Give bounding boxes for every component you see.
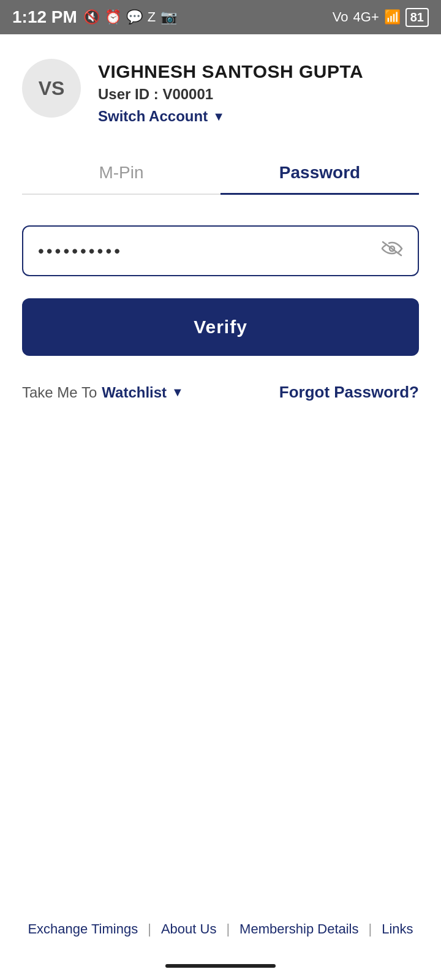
profile-name: VIGHNESH SANTOSH GUPTA <box>98 61 363 82</box>
profile-section: VS VIGHNESH SANTOSH GUPTA User ID : V000… <box>22 59 419 125</box>
status-bar: 1:12 PM 🔇 ⏰ 💬 Z 📷 Vo 4G+ 📶 81 <box>0 0 441 34</box>
footer-link-about-us[interactable]: About Us <box>161 921 217 937</box>
watchlist-chevron-icon[interactable]: ▼ <box>172 385 184 399</box>
main-content: VS VIGHNESH SANTOSH GUPTA User ID : V000… <box>0 34 441 904</box>
hide-password-icon[interactable] <box>381 240 403 262</box>
password-dots: •••••••••• <box>38 241 123 261</box>
footer-separator-2: | <box>226 921 230 937</box>
status-left: 1:12 PM 🔇 ⏰ 💬 Z 📷 <box>12 7 177 27</box>
bottom-options: Take Me To Watchlist ▼ Forgot Password? <box>22 383 419 402</box>
footer-separator-3: | <box>369 921 372 937</box>
status-right: Vo 4G+ 📶 81 <box>333 8 429 27</box>
watchlist-label: Watchlist <box>102 384 167 401</box>
avatar: VS <box>22 59 81 118</box>
mute-icon: 🔇 <box>83 9 100 25</box>
tabs-container: M-Pin Password <box>22 152 419 195</box>
footer-link-membership-details[interactable]: Membership Details <box>239 921 358 937</box>
footer-link-links[interactable]: Links <box>382 921 413 937</box>
tab-mpin[interactable]: M-Pin <box>22 152 221 194</box>
chevron-down-icon: ▼ <box>213 110 225 124</box>
verify-button[interactable]: Verify <box>22 298 419 356</box>
status-icons: 🔇 ⏰ 💬 Z 📷 <box>83 9 177 25</box>
tab-password[interactable]: Password <box>221 152 419 194</box>
alarm-icon: ⏰ <box>105 9 121 25</box>
signal-icon: 📶 <box>384 9 401 25</box>
battery-indicator: 81 <box>405 8 429 27</box>
take-me-to: Take Me To Watchlist ▼ <box>22 384 184 401</box>
home-bar <box>165 964 276 968</box>
network-type: 4G+ <box>353 9 379 25</box>
network-icon: Vo <box>333 9 349 25</box>
instagram-icon: 📷 <box>160 9 177 25</box>
password-input-wrapper: •••••••••• <box>22 225 419 276</box>
footer-separator-1: | <box>148 921 151 937</box>
forgot-password-link[interactable]: Forgot Password? <box>279 383 419 402</box>
home-indicator <box>0 954 441 980</box>
profile-userid: User ID : V00001 <box>98 86 363 103</box>
status-time: 1:12 PM <box>12 7 77 27</box>
footer: Exchange Timings | About Us | Membership… <box>0 904 441 954</box>
footer-link-exchange-timings[interactable]: Exchange Timings <box>28 921 138 937</box>
switch-account-button[interactable]: Switch Account ▼ <box>98 108 363 125</box>
input-section: •••••••••• <box>22 225 419 276</box>
z-icon: Z <box>148 9 156 25</box>
profile-info: VIGHNESH SANTOSH GUPTA User ID : V00001 … <box>98 59 363 125</box>
whatsapp-icon: 💬 <box>126 9 143 25</box>
